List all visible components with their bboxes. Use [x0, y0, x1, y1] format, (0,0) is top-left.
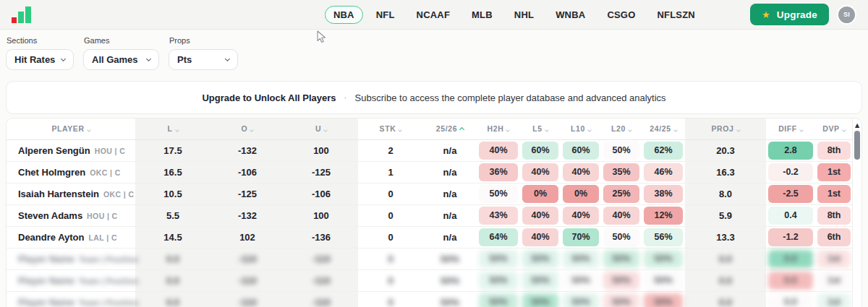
- scrollbar-thumb[interactable]: [854, 131, 860, 160]
- diff-chip: 0.0: [768, 250, 813, 268]
- column-header-player[interactable]: PLAYER: [7, 118, 135, 139]
- top-nav: NBA NFL NCAAF MLB NHL WNBA CSGO NFLSZN ★…: [0, 0, 868, 30]
- column-header-prev-season[interactable]: 24/25: [642, 118, 685, 139]
- column-header-over[interactable]: O: [210, 118, 284, 139]
- filter-select[interactable]: All Games: [83, 49, 159, 70]
- sort-chevron-icon: [323, 128, 328, 132]
- league-tab[interactable]: CSGO: [598, 6, 644, 24]
- l10-hit-rate-chip: 50%: [563, 293, 599, 307]
- sort-chevron-icon: [545, 128, 549, 132]
- sort-chevron-icon: [506, 128, 511, 132]
- player-name: Player Name: [18, 275, 75, 286]
- filter-select[interactable]: Hit Rates: [6, 49, 74, 70]
- table-row[interactable]: Deandre Ayton LAL | C 14.5 102 -136 0 n/…: [7, 226, 853, 248]
- under-odds: -136: [312, 232, 331, 243]
- l5-hit-rate-chip: 50%: [522, 272, 558, 290]
- upgrade-button[interactable]: ★ Upgrade: [750, 4, 829, 25]
- app-logo-icon[interactable]: [12, 6, 31, 23]
- under-odds: 100: [313, 210, 329, 221]
- sort-chevron-icon: [175, 128, 179, 132]
- league-tab[interactable]: MLB: [463, 6, 501, 24]
- over-odds: -132: [238, 210, 257, 221]
- l5-hit-rate-chip: 40%: [522, 163, 558, 181]
- column-header-l5[interactable]: L5: [520, 118, 561, 139]
- player-team-position: Team | Position: [79, 255, 139, 264]
- dvp-chip: 1st: [817, 163, 851, 181]
- l5-hit-rate-chip: 40%: [522, 207, 558, 225]
- filter-selected-value: Hit Rates: [14, 54, 55, 65]
- projection-value: 8.0: [719, 189, 732, 199]
- diff-chip: 0.4: [768, 207, 813, 225]
- chevron-down-icon: [146, 56, 151, 61]
- player-name: Alperen Sengün: [18, 145, 90, 156]
- hit-rates-table-card: PLAYER L O U STK 25/26 H2H L5 L10 L20 24…: [6, 118, 862, 307]
- dvp-chip: 8th: [817, 207, 851, 225]
- diff-chip: 0.0: [768, 272, 813, 290]
- projection-value: 20.3: [716, 145, 734, 156]
- filter-select[interactable]: Pts: [169, 49, 238, 70]
- diff-chip: -2.5: [768, 185, 813, 203]
- table-row[interactable]: Player Name Team | Position 0.0 -110 -11…: [7, 269, 853, 291]
- league-tab-label: WNBA: [556, 9, 585, 20]
- under-odds: -106: [312, 189, 331, 199]
- sort-chevron-icon: [799, 128, 804, 132]
- table-scrollbar[interactable]: ▲: [852, 118, 861, 307]
- league-tab[interactable]: NCAAF: [408, 6, 459, 24]
- avatar-initials: SI: [843, 11, 850, 18]
- l5-hit-rate-chip: 40%: [522, 228, 558, 246]
- column-header-season[interactable]: 25/26: [423, 118, 477, 139]
- l10-hit-rate-chip: 0%: [563, 185, 599, 203]
- line-value: 5.5: [166, 210, 179, 221]
- line-value: 0.0: [166, 254, 179, 264]
- column-header-proj[interactable]: PROJ: [685, 118, 766, 139]
- column-header-line[interactable]: L: [135, 118, 210, 139]
- column-header-h2h[interactable]: H2H: [477, 118, 520, 139]
- table-row[interactable]: Isaiah Hartenstein OKC | C 10.5 -125 -10…: [7, 183, 853, 204]
- diff-chip: -1.2: [768, 228, 813, 246]
- diff-chip: 2.8: [768, 142, 813, 160]
- prev-season-hit-rate-chip: 50%: [644, 293, 683, 307]
- l5-hit-rate-chip: 50%: [522, 293, 558, 307]
- projection-value: 0.0: [719, 275, 732, 286]
- l5-hit-rate-chip: 60%: [522, 142, 558, 160]
- table-row[interactable]: Chet Holmgren OKC | C 16.5 -106 -125 1 n…: [7, 161, 853, 183]
- over-odds: -110: [238, 297, 256, 307]
- league-tab[interactable]: NFL: [367, 6, 404, 24]
- user-avatar[interactable]: SI: [837, 5, 856, 25]
- season-hit-rate: 50%: [441, 297, 459, 307]
- table-row[interactable]: Steven Adams HOU | C 5.5 -132 100 0 n/a …: [7, 204, 853, 226]
- l10-hit-rate-chip: 60%: [563, 142, 599, 160]
- scroll-up-arrow-icon[interactable]: ▲: [853, 122, 861, 129]
- league-tab[interactable]: NFLSZN: [648, 6, 703, 24]
- column-header-dvp[interactable]: DVP: [815, 118, 853, 139]
- league-tab-label: CSGO: [607, 9, 635, 20]
- table-row[interactable]: Alperen Sengün HOU | C 17.5 -132 100 2 n…: [7, 139, 853, 161]
- under-odds: 100: [313, 145, 329, 156]
- player-name: Deandre Ayton: [18, 232, 85, 243]
- league-tab-label: NFL: [376, 9, 395, 20]
- l10-hit-rate-chip: 50%: [563, 272, 599, 290]
- column-header-l10[interactable]: L10: [561, 118, 601, 139]
- league-tab-label: NFLSZN: [657, 9, 694, 20]
- l5-hit-rate-chip: 0%: [522, 185, 558, 203]
- sort-chevron-icon: [587, 128, 592, 132]
- column-header-stk[interactable]: STK: [358, 118, 423, 139]
- l20-hit-rate-chip: 50%: [603, 228, 639, 246]
- banner-separator: ·: [344, 92, 347, 103]
- h2h-hit-rate-chip: 50%: [479, 185, 518, 203]
- prev-season-hit-rate-chip: 62%: [644, 142, 683, 160]
- table-header-row: PLAYER L O U STK 25/26 H2H L5 L10 L20 24…: [7, 118, 853, 139]
- column-header-diff[interactable]: DIFF: [766, 118, 815, 139]
- l10-hit-rate-chip: 70%: [563, 228, 599, 246]
- column-header-under[interactable]: U: [284, 118, 358, 139]
- chevron-down-icon: [61, 56, 66, 61]
- column-header-l20[interactable]: L20: [601, 118, 642, 139]
- league-tab[interactable]: NBA: [325, 6, 363, 24]
- league-tab[interactable]: WNBA: [547, 6, 594, 24]
- projection-value: 0.0: [719, 254, 732, 264]
- table-row[interactable]: Player Name Team | Position 0.0 -110 -11…: [7, 291, 853, 307]
- sort-chevron-icon: [673, 128, 678, 132]
- table-row[interactable]: Player Name Team | Position 0.0 -110 -11…: [7, 248, 853, 269]
- league-tab[interactable]: NHL: [506, 6, 542, 24]
- dvp-chip: 1st: [817, 185, 851, 203]
